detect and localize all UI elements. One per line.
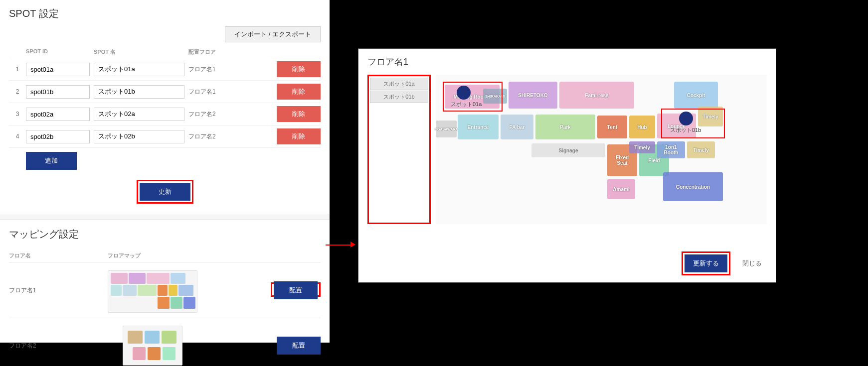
update-highlight: 更新する [682, 251, 730, 275]
mapping-row: フロア名2 配置 [9, 318, 321, 366]
room-pabar: PA bar [501, 115, 533, 139]
room-entrance: Entrance [458, 115, 499, 139]
floor-map-view[interactable]: Meeting Rooms SHIRAKAMI SHIRETOKO Fami-r… [436, 75, 767, 224]
spot-highlight-01b [661, 109, 725, 138]
row-floor: フロア名2 [188, 132, 243, 141]
annotation-arrow [326, 244, 352, 245]
spot-name-input[interactable] [94, 130, 184, 143]
row-number: 4 [9, 133, 26, 140]
mapping-floor-name: フロア名1 [9, 286, 108, 295]
spot-dot-icon [679, 112, 693, 125]
floor-map-thumbnail [108, 268, 197, 313]
spot-table: SPOT ID SPOT 名 配置フロア 1 フロア名1 削除 2 フロア名1 … [9, 46, 321, 170]
delete-button[interactable]: 削除 [277, 61, 321, 77]
spot-id-input[interactable] [26, 108, 90, 121]
spot-list-item[interactable]: スポット01a [370, 78, 428, 90]
mapping-head-name: フロア名 [9, 252, 108, 259]
delete-button[interactable]: 削除 [277, 106, 321, 122]
dialog-title: フロア名1 [367, 56, 767, 68]
dialog-update-button[interactable]: 更新する [685, 254, 727, 272]
room-tent: Tent [597, 116, 627, 138]
place-button[interactable]: 配置 [277, 337, 321, 355]
mapping-row: フロア名1 配置 [9, 262, 321, 318]
floor-detail-dialog: フロア名1 スポット01a スポット01b Meeting Rooms SHIR… [358, 48, 776, 283]
col-header-name: SPOT 名 [94, 48, 184, 56]
mapping-floor-name: フロア名2 [9, 342, 108, 350]
table-row: 2 フロア名1 削除 [9, 80, 321, 103]
left-settings-panel: SPOT 設定 インポート / エクスポート SPOT ID SPOT 名 配置… [0, 0, 330, 343]
annotation-arrow-head [350, 242, 355, 247]
row-number: 1 [9, 66, 26, 73]
room-amami: Amami [607, 179, 635, 199]
delete-button[interactable]: 削除 [277, 128, 321, 144]
row-number: 3 [9, 111, 26, 118]
row-number: 2 [9, 88, 26, 95]
row-floor: フロア名1 [188, 65, 243, 74]
room-timely2: Timely [629, 141, 655, 153]
room-cockpit: Cockpit [674, 82, 718, 109]
row-floor: フロア名1 [188, 88, 243, 96]
room-hub: Hub [629, 116, 655, 138]
room-famiress: Fami-ress [559, 82, 634, 109]
room-signage: Signage [531, 143, 605, 157]
spot-list-item[interactable]: スポット01b [370, 91, 428, 103]
room-concentration: Concentration [663, 172, 723, 201]
room-1on1booth: 1on1 Booth [657, 141, 685, 158]
spot-label: スポット01a [451, 101, 482, 108]
add-button[interactable]: 追加 [26, 152, 77, 170]
spot-name-input[interactable] [94, 108, 184, 121]
update-button[interactable]: 更新 [140, 183, 190, 201]
row-floor: フロア名2 [188, 110, 243, 119]
spot-name-input[interactable] [94, 85, 184, 99]
mapping-settings-title: マッピング設定 [9, 228, 321, 241]
dialog-close-button[interactable]: 閉じる [737, 256, 767, 271]
spot-id-input[interactable] [26, 63, 90, 76]
place-highlight: 配置 [271, 282, 321, 297]
spot-marker[interactable] [679, 112, 693, 125]
col-header-id: SPOT ID [26, 48, 90, 56]
spot-marker[interactable] [457, 86, 471, 100]
col-header-floor: 配置フロア [188, 48, 243, 56]
spot-settings-title: SPOT 設定 [9, 7, 321, 20]
import-export-button[interactable]: インポート / エクスポート [225, 26, 321, 42]
update-highlight: 更新 [137, 180, 193, 204]
table-row: 4 フロア名2 削除 [9, 125, 321, 147]
mapping-head-map: フロアマップ [108, 252, 321, 259]
delete-button[interactable]: 削除 [277, 84, 321, 100]
spot-id-input[interactable] [26, 130, 90, 143]
room-park: Park [535, 115, 595, 139]
spot-id-input[interactable] [26, 85, 90, 99]
spot-label: スポット01b [670, 126, 701, 134]
table-row: 1 フロア名1 削除 [9, 58, 321, 80]
room-timely3: Timely [687, 141, 715, 158]
spot-list-highlight: スポット01a スポット01b [367, 75, 431, 224]
spot-dot-icon [457, 86, 471, 100]
spot-name-input[interactable] [94, 63, 184, 76]
place-button[interactable]: 配置 [274, 281, 318, 299]
room-shiretoko: SHIRETOKO [509, 82, 557, 109]
table-row: 3 フロア名2 削除 [9, 103, 321, 125]
room-ogasawara: OGASAWARA [436, 121, 457, 137]
floor-map-thumbnail [108, 323, 197, 366]
